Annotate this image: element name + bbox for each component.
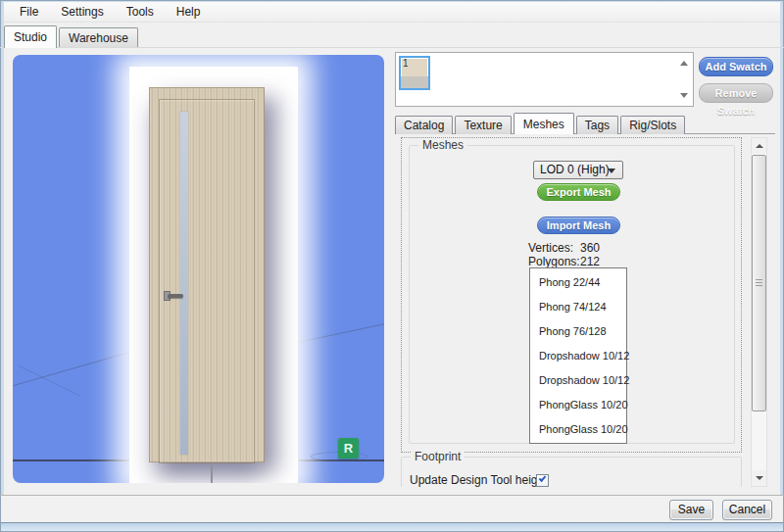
arrow-down-icon [756, 476, 763, 480]
tab-rig-slots[interactable]: Rig/Slots [620, 116, 685, 134]
model-viewport[interactable]: R [13, 55, 384, 483]
mesh-list-item[interactable]: PhongGlass 10/20 [530, 417, 626, 442]
vertices-value: 360 [580, 241, 600, 255]
app-window: File Settings Tools Help Studio Warehous… [0, 0, 784, 532]
door-handle-icon [168, 294, 183, 298]
scroll-down-button[interactable] [752, 470, 766, 486]
update-design-tool-height-label: Update Design Tool height [410, 473, 548, 487]
swatch-scroll-up-icon[interactable] [680, 61, 688, 66]
lod-dropdown[interactable]: LOD 0 (High) [533, 161, 623, 179]
cancel-button[interactable]: Cancel [722, 500, 772, 520]
tab-texture[interactable]: Texture [455, 116, 511, 134]
scrollbar-thumb[interactable] [752, 155, 766, 411]
tab-strip-divider [0, 47, 784, 48]
chevron-down-icon [608, 169, 615, 173]
menu-help[interactable]: Help [172, 3, 206, 21]
door-glass-stripe [180, 112, 188, 455]
tab-studio[interactable]: Studio [4, 25, 57, 48]
swatch-number: 1 [403, 58, 409, 69]
detail-tab-strip: Catalog Texture Meshes Tags Rig/Slots [395, 113, 687, 134]
vertices-label: Vertices: [528, 241, 573, 255]
meshes-tab-page: Meshes LOD 0 (High) Export Mesh Import M… [397, 134, 750, 487]
polygons-label: Polygons: [528, 255, 580, 268]
mesh-list-item[interactable]: Phong 74/124 [530, 295, 626, 319]
import-mesh-button[interactable]: Import Mesh [537, 217, 620, 234]
update-design-tool-height-checkbox[interactable] [536, 474, 549, 487]
menu-settings[interactable]: Settings [56, 3, 108, 21]
add-swatch-button[interactable]: Add Swatch [699, 57, 773, 76]
tab-catalog[interactable]: Catalog [395, 116, 453, 134]
mesh-shader-list[interactable]: Phong 22/44Phong 74/124Phong 76/128Drops… [529, 267, 627, 444]
polygons-value: 212 [580, 255, 600, 268]
door-inner-frame [159, 99, 255, 463]
window-bottom-border [1, 522, 783, 531]
mesh-list-item[interactable]: Dropshadow 10/12 [530, 344, 626, 368]
footprint-groupbox: Footprint Update Design Tool height [401, 457, 742, 487]
footprint-group-label: Footprint [411, 450, 465, 463]
swatch-list[interactable]: 1 [395, 52, 694, 107]
main-tab-strip: Studio Warehouse [4, 26, 138, 48]
menu-file[interactable]: File [15, 3, 43, 21]
swatch-scroll-down-icon[interactable] [680, 93, 688, 98]
remove-swatch-button[interactable]: Remove Swatch [699, 83, 773, 103]
save-button[interactable]: Save [669, 500, 713, 520]
export-mesh-button[interactable]: Export Mesh [537, 183, 620, 201]
rig-marker-badge[interactable]: R [338, 438, 359, 459]
arrow-up-icon [756, 144, 763, 148]
tab-page-scrollbar[interactable] [751, 137, 767, 487]
lod-selected-value: LOD 0 (High) [540, 163, 610, 176]
menu-bar: File Settings Tools Help [4, 2, 780, 23]
menu-tools[interactable]: Tools [122, 3, 159, 21]
mesh-list-item[interactable]: Phong 76/128 [530, 319, 626, 344]
swatch-thumbnail[interactable]: 1 [399, 56, 430, 90]
scroll-up-button[interactable] [752, 138, 766, 154]
tab-meshes[interactable]: Meshes [514, 113, 574, 134]
mesh-list-item[interactable]: PhongGlass 10/20 [530, 393, 626, 417]
swatch-thumbnail-lower [401, 76, 428, 88]
tab-warehouse[interactable]: Warehouse [59, 27, 138, 48]
door-bottom-peg [211, 464, 213, 483]
mesh-list-item[interactable]: Phong 22/44 [530, 270, 626, 295]
checkmark-icon [539, 474, 547, 482]
meshes-group-label: Meshes [418, 138, 467, 152]
tab-tags[interactable]: Tags [576, 116, 618, 134]
scrollbar-grip-icon [756, 279, 762, 286]
meshes-groupbox: Meshes LOD 0 (High) Export Mesh Import M… [409, 145, 735, 444]
door-model[interactable] [149, 87, 265, 462]
footer-bar: Save Cancel [1, 496, 783, 522]
mesh-list-item[interactable]: Dropshadow 10/12 [530, 368, 626, 393]
